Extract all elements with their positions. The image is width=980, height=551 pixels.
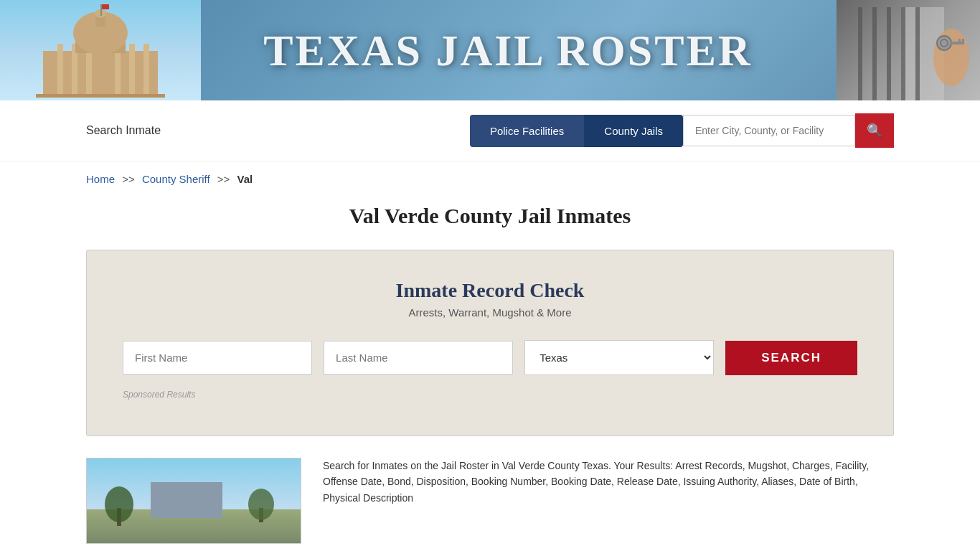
state-select[interactable]: Alabama Alaska Arizona Arkansas Californ… (524, 340, 714, 375)
svg-point-23 (941, 39, 948, 47)
svg-rect-12 (100, 4, 102, 16)
svg-rect-19 (901, 7, 905, 100)
banner-right-image (837, 0, 980, 100)
svg-rect-17 (872, 7, 877, 100)
police-facilities-button[interactable]: Police Facilities (470, 115, 584, 147)
banner-left-image (0, 0, 201, 100)
svg-rect-6 (129, 44, 135, 98)
inmate-search-submit-button[interactable]: SEARCH (725, 341, 857, 375)
capitol-building (22, 1, 179, 100)
bottom-section: Search for Inmates on the Jail Roster in… (0, 451, 980, 551)
first-name-input[interactable] (123, 341, 312, 375)
svg-rect-13 (102, 4, 109, 9)
nav-button-group: Police Facilities County Jails 🔍 (470, 113, 894, 148)
svg-rect-2 (57, 44, 63, 98)
header-banner: Texas Jail Roster (0, 0, 980, 100)
svg-rect-26 (962, 39, 964, 42)
svg-rect-14 (36, 94, 165, 98)
sponsored-label: Sponsored Results (123, 390, 857, 400)
image-building (151, 482, 222, 518)
breadcrumb-separator-2: >> (217, 173, 230, 185)
search-icon: 🔍 (867, 123, 882, 138)
page-title-section: Val Verde County Jail Inmates (0, 197, 980, 242)
svg-rect-16 (858, 7, 862, 100)
facility-search-button[interactable]: 🔍 (855, 113, 894, 148)
breadcrumb-home[interactable]: Home (86, 173, 115, 185)
site-title: Texas Jail Roster (263, 25, 753, 76)
breadcrumb-separator-1: >> (122, 173, 135, 185)
svg-point-28 (105, 486, 133, 522)
record-check-title: Inmate Record Check (123, 279, 857, 302)
breadcrumb-current: Val (237, 173, 253, 185)
banner-title-area: Texas Jail Roster (179, 0, 837, 100)
svg-rect-7 (143, 44, 149, 98)
bottom-building-image (86, 458, 301, 544)
inmate-record-check-section: Inmate Record Check Arrests, Warrant, Mu… (86, 250, 894, 436)
county-jails-button[interactable]: County Jails (584, 115, 683, 147)
svg-rect-25 (958, 39, 961, 42)
svg-point-30 (248, 489, 274, 520)
svg-rect-18 (887, 7, 891, 100)
svg-rect-20 (915, 7, 920, 100)
last-name-input[interactable] (324, 341, 513, 375)
inmate-search-row: Alabama Alaska Arizona Arkansas Californ… (123, 340, 857, 375)
breadcrumb: Home >> County Sheriff >> Val (0, 161, 980, 197)
facility-search-input[interactable] (683, 115, 855, 146)
page-title: Val Verde County Jail Inmates (86, 204, 894, 228)
record-check-subtitle: Arrests, Warrant, Mugshot & More (123, 306, 857, 319)
bottom-description: Search for Inmates on the Jail Roster in… (323, 458, 894, 506)
breadcrumb-county-sheriff[interactable]: County Sheriff (142, 173, 210, 185)
search-inmate-label: Search Inmate (86, 124, 470, 137)
navbar: Search Inmate Police Facilities County J… (0, 100, 980, 161)
